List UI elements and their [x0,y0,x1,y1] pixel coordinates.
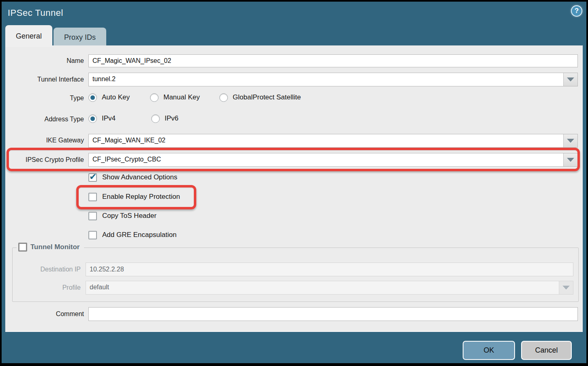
comment-label: Comment [5,308,84,321]
tab-proxy-ids[interactable]: Proxy IDs [54,28,106,47]
chevron-down-icon [567,158,574,162]
radio-label: Auto Key [102,93,130,101]
radio-label: IPv4 [102,114,116,123]
tunnel-interface-dropdown-button[interactable] [563,73,577,86]
checkbox-checked-icon [88,173,97,182]
radio-ipv4[interactable]: IPv4 [88,114,116,123]
checkbox-label: Copy ToS Header [102,212,157,220]
profile-value: default [86,281,559,294]
profile-dropdown-button [559,281,573,294]
tunnel-monitor-fieldset: Tunnel Monitor Destination IP Profile de… [12,248,579,302]
checkbox-copy-tos-header[interactable]: Copy ToS Header [88,211,157,221]
ipsec-tunnel-dialog: IPSec Tunnel ? General Proxy IDs Name Tu… [2,2,586,363]
chevron-down-icon [562,286,570,290]
radio-auto-key[interactable]: Auto Key [88,93,130,102]
general-tab-panel: Name Tunnel Interface tunnel.2 Type Auto… [5,45,583,332]
ike-gateway-value: CF_Magic_WAN_IKE_02 [89,134,563,147]
tunnel-monitor-label: Tunnel Monitor [30,243,80,251]
checkbox-add-gre-encapsulation[interactable]: Add GRE Encapsulation [88,230,176,240]
destination-ip-input [86,263,573,276]
dialog-footer: OK Cancel [2,331,586,363]
radio-label: IPv6 [165,114,178,123]
checkbox-label: Add GRE Encapsulation [102,231,176,239]
help-icon[interactable]: ? [571,5,582,17]
tunnel-interface-select[interactable]: tunnel.2 [88,73,578,86]
name-input[interactable] [88,54,578,67]
checkbox-label: Enable Replay Protection [102,193,180,201]
address-type-radio-group: IPv4 IPv6 [88,113,178,124]
name-label: Name [5,54,84,67]
type-label: Type [5,92,84,105]
ike-gateway-dropdown-button[interactable] [563,134,577,147]
tunnel-interface-label: Tunnel Interface [5,73,84,86]
chevron-down-icon [567,139,574,143]
checkbox-enable-replay-protection[interactable]: Enable Replay Protection [88,192,180,202]
checkbox-unchecked-icon[interactable] [18,243,27,252]
radio-ipv6[interactable]: IPv6 [151,114,178,123]
chevron-down-icon [567,78,574,82]
radio-label: Manual Key [163,93,200,101]
checkbox-unchecked-icon [88,212,97,220]
radio-unselected-icon [219,93,228,102]
dialog-title-bar: IPSec Tunnel ? [2,2,586,26]
radio-selected-icon [88,93,97,102]
tab-general[interactable]: General [5,25,52,47]
tab-bar: General Proxy IDs [5,25,107,47]
checkbox-label: Show Advanced Options [102,173,177,181]
address-type-label: Address Type [5,113,84,126]
tunnel-monitor-legend[interactable]: Tunnel Monitor [17,243,84,252]
ike-gateway-select[interactable]: CF_Magic_WAN_IKE_02 [88,134,578,148]
radio-unselected-icon [151,114,160,123]
radio-globalprotect-satellite[interactable]: GlobalProtect Satellite [219,93,301,102]
tunnel-interface-value: tunnel.2 [89,73,563,86]
checkbox-show-advanced-options[interactable]: Show Advanced Options [88,172,177,183]
profile-label: Profile [13,281,81,295]
destination-ip-label: Destination IP [13,263,81,276]
radio-selected-icon [88,114,97,123]
ipsec-crypto-profile-select[interactable]: CF_IPsec_Crypto_CBC [88,153,578,167]
type-radio-group: Auto Key Manual Key GlobalProtect Satell… [88,92,301,103]
checkbox-unchecked-icon [88,231,97,239]
profile-select: default [86,281,573,295]
radio-label: GlobalProtect Satellite [233,93,301,101]
ipsec-crypto-profile-label: IPSec Crypto Profile [5,153,84,166]
ok-button[interactable]: OK [463,341,515,360]
ike-gateway-label: IKE Gateway [5,134,84,147]
comment-input[interactable] [88,307,578,321]
checkbox-unchecked-icon [88,193,97,201]
radio-manual-key[interactable]: Manual Key [150,93,200,102]
ipsec-crypto-profile-dropdown-button[interactable] [563,153,577,166]
cancel-button[interactable]: Cancel [521,341,572,360]
ipsec-crypto-profile-value: CF_IPsec_Crypto_CBC [89,153,563,166]
dialog-title: IPSec Tunnel [8,8,63,18]
radio-unselected-icon [150,93,159,102]
